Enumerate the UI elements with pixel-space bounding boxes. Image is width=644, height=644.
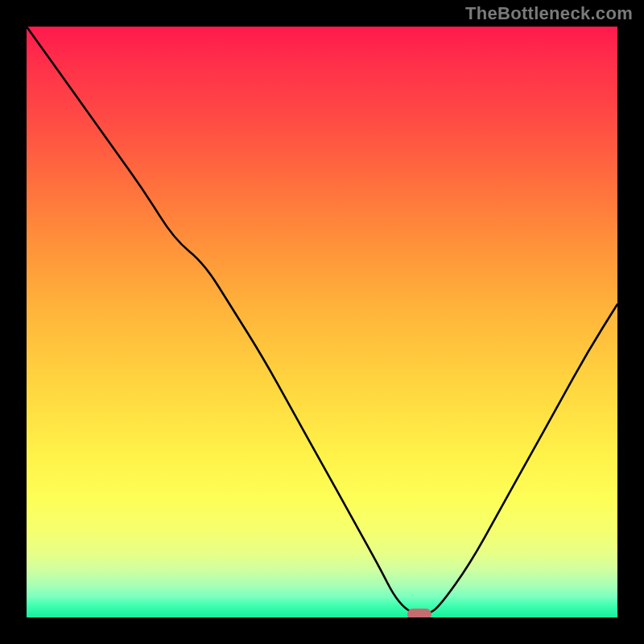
chart-container: TheBottleneck.com [0,0,644,644]
curve-path [27,27,617,614]
bottleneck-curve [27,27,617,617]
watermark-text: TheBottleneck.com [465,3,633,24]
optimal-point-marker [407,609,431,617]
plot-area [27,27,617,617]
